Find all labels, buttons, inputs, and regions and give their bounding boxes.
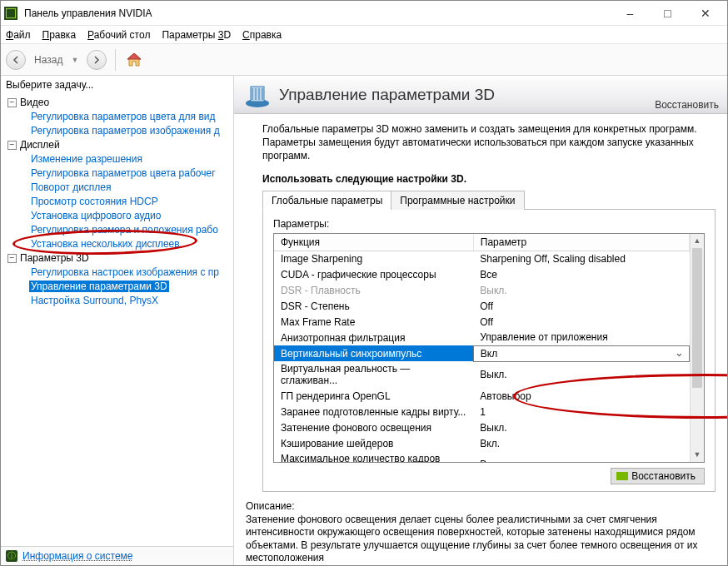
cell-parameter: Off <box>473 298 689 314</box>
close-button[interactable]: ✕ <box>686 2 724 25</box>
tree-item[interactable]: Установка цифрового аудио <box>29 210 162 221</box>
tree-toggle[interactable]: − <box>7 254 17 263</box>
table-row[interactable]: Max Frame RateOff <box>274 314 690 330</box>
page-title: Управление параметрами 3D <box>279 86 655 104</box>
column-function[interactable]: Функция <box>274 234 473 251</box>
svg-marker-1 <box>127 53 141 59</box>
tree-category[interactable]: Видео <box>20 96 49 110</box>
tab-program[interactable]: Программные настройки <box>391 191 524 210</box>
tree-item[interactable]: Управление параметрами 3D <box>29 281 169 292</box>
cell-parameter: Все <box>473 266 689 282</box>
minimize-button[interactable]: – <box>611 2 649 25</box>
window-title: Панель управления NVIDIA <box>24 7 611 19</box>
cell-function: Затенение фонового освещения <box>274 420 473 435</box>
toolbar-separator <box>115 49 116 71</box>
cell-parameter: 1 <box>473 404 689 420</box>
table-row[interactable]: DSR - ПлавностьВыкл. <box>274 282 690 298</box>
main-panel: Управление параметрами 3D Восстановить Г… <box>234 76 727 565</box>
scroll-thumb[interactable] <box>692 248 702 388</box>
tree-category[interactable]: Параметры 3D <box>20 251 89 266</box>
forward-button[interactable] <box>87 50 107 70</box>
page-body: Глобальные параметры 3D можно заменить и… <box>234 114 727 495</box>
description-text: Затенение фонового освещения делает сцен… <box>246 514 716 565</box>
nvidia-icon <box>616 472 628 480</box>
nvidia-app-icon <box>4 7 17 20</box>
table-row[interactable]: Вертикальный синхроимпульсВкл <box>274 345 690 361</box>
cell-function: Max Frame Rate <box>274 314 473 330</box>
menubar: Файл Правка Рабочий стол Параметры 3D Сп… <box>1 26 727 44</box>
restore-defaults-link[interactable]: Восстановить <box>655 99 719 111</box>
table-row[interactable]: Анизотропная фильтрацияУправление от при… <box>274 330 690 345</box>
tree-item[interactable]: Изменение разрешения <box>29 153 144 165</box>
tree-item[interactable]: Настройка Surround, PhysX <box>29 295 160 306</box>
tree-item[interactable]: Регулировка параметров цвета рабочег <box>29 167 217 179</box>
tabs: Глобальные параметры Программные настрой… <box>262 190 716 210</box>
tab-global[interactable]: Глобальные параметры <box>262 191 391 210</box>
cell-parameter: Off <box>473 314 689 330</box>
menu-edit[interactable]: Правка <box>42 29 77 41</box>
description-section: Описание: Затенение фонового освещения д… <box>234 495 727 565</box>
table-row[interactable]: Заранее подготовленные кадры вирту...1 <box>274 404 690 420</box>
table-row[interactable]: Максимальное количество кадров (MFAA)Вык… <box>274 451 690 462</box>
toolbar: Назад ▼ <box>1 44 727 76</box>
back-button[interactable] <box>6 50 26 70</box>
parameters-table: Функция Параметр Image SharpeningSharpen… <box>274 234 690 462</box>
parameters-table-wrapper: Функция Параметр Image SharpeningSharpen… <box>273 233 705 463</box>
page-description: Глобальные параметры 3D можно заменить и… <box>262 122 716 163</box>
cell-function: CUDA - графические процессоры <box>274 266 473 282</box>
tree-toggle[interactable]: − <box>7 98 17 107</box>
titlebar: Панель управления NVIDIA – □ ✕ <box>1 1 727 26</box>
menu-desktop[interactable]: Рабочий стол <box>87 29 150 41</box>
restore-button[interactable]: Восстановить <box>611 468 705 484</box>
tree-category[interactable]: Дисплей <box>20 138 60 152</box>
system-info-link[interactable]: Информация о системе <box>22 550 132 562</box>
cell-parameter: Выкл. <box>473 420 689 435</box>
maximize-button[interactable]: □ <box>649 2 686 25</box>
menu-help[interactable]: Справка <box>242 29 282 41</box>
sidebar-footer: ⓘ Информация о системе <box>1 546 233 565</box>
cell-function: Image Sharpening <box>274 251 473 266</box>
cell-function: Анизотропная фильтрация <box>274 330 473 345</box>
table-row[interactable]: CUDA - графические процессорыВсе <box>274 266 690 282</box>
table-scrollbar[interactable]: ▲ ▼ <box>690 234 704 462</box>
cell-parameter: Автовыбор <box>473 388 689 404</box>
parameters-label: Параметры: <box>273 218 705 230</box>
cell-parameter: Управление от приложения <box>473 330 689 345</box>
cell-function: Вертикальный синхроимпульс <box>274 345 473 361</box>
tree-item[interactable]: Просмотр состояния HDCP <box>29 196 160 207</box>
table-row[interactable]: ГП рендеринга OpenGLАвтовыбор <box>274 388 690 404</box>
tree-item[interactable]: Регулировка размера и положения рабо <box>29 224 220 236</box>
page-header-icon <box>242 80 272 110</box>
menu-file[interactable]: Файл <box>6 29 31 41</box>
section-title: Использовать следующие настройки 3D. <box>262 173 716 185</box>
table-row[interactable]: Кэширование шейдеровВкл. <box>274 435 690 451</box>
tree-item[interactable]: Регулировка параметров цвета для вид <box>29 111 217 122</box>
tab-content: Параметры: Функция Параметр Image Sharpe… <box>262 210 716 492</box>
system-info-icon: ⓘ <box>6 550 17 562</box>
back-history-dropdown[interactable]: ▼ <box>71 56 78 64</box>
cell-function: Заранее подготовленные кадры вирту... <box>274 404 473 420</box>
cell-parameter: Выкл. <box>473 451 689 462</box>
table-row[interactable]: DSR - СтепеньOff <box>274 298 690 314</box>
tree-item[interactable]: Установка нескольких дисплеев <box>29 238 182 250</box>
tree-toggle[interactable]: − <box>7 141 17 150</box>
table-row[interactable]: Image SharpeningSharpening Off, Scaling … <box>274 251 690 266</box>
table-row[interactable]: Виртуальная реальность — сглаживан...Вык… <box>274 361 690 388</box>
back-label: Назад <box>34 54 62 66</box>
cell-parameter: Sharpening Off, Scaling disabled <box>473 251 689 266</box>
column-parameter[interactable]: Параметр <box>473 234 689 251</box>
tree-item[interactable]: Поворот дисплея <box>29 181 113 193</box>
cell-function: DSR - Плавность <box>274 282 473 298</box>
menu-3d[interactable]: Параметры 3D <box>162 29 231 41</box>
tree-item[interactable]: Регулировка параметров изображения д <box>29 125 222 137</box>
tree-item[interactable]: Регулировка настроек изображения с пр <box>29 266 221 278</box>
cell-function: ГП рендеринга OpenGL <box>274 388 473 404</box>
description-heading: Описание: <box>246 500 716 512</box>
home-button[interactable] <box>124 50 144 70</box>
cell-function: Кэширование шейдеров <box>274 435 473 451</box>
cell-function: Виртуальная реальность — сглаживан... <box>274 361 473 388</box>
scroll-up-arrow[interactable]: ▲ <box>691 234 704 248</box>
cell-parameter[interactable]: Вкл <box>473 345 689 361</box>
scroll-down-arrow[interactable]: ▼ <box>691 448 704 462</box>
table-row[interactable]: Затенение фонового освещенияВыкл. <box>274 420 690 435</box>
